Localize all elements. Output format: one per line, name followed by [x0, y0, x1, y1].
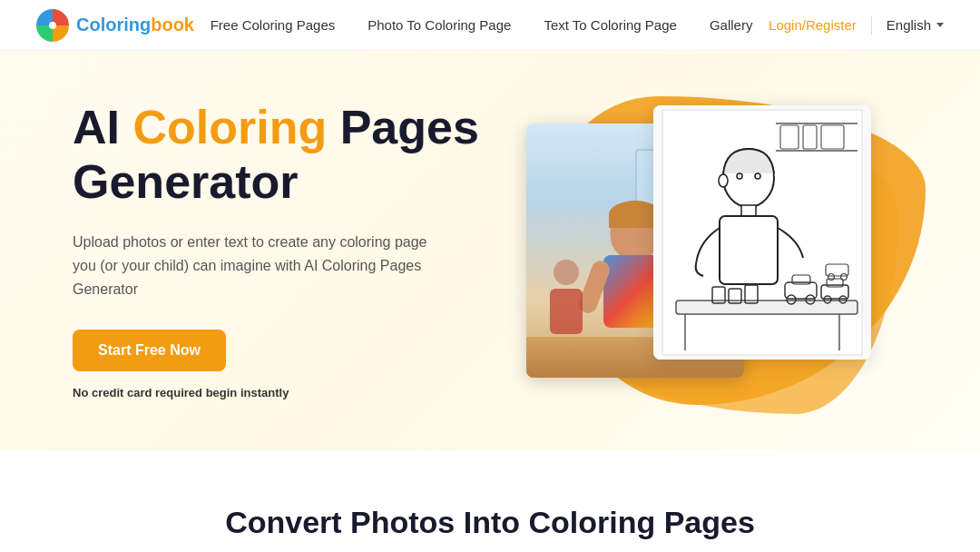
- nav-gallery[interactable]: Gallery: [710, 17, 753, 33]
- language-label: English: [887, 17, 931, 33]
- hero-section: AI Coloring Pages Generator Upload photo…: [0, 51, 980, 450]
- svg-point-1: [49, 22, 56, 29]
- start-free-button[interactable]: Start Free Now: [73, 330, 226, 371]
- nav-free-coloring[interactable]: Free Coloring Pages: [211, 17, 336, 33]
- hero-composite-image: [526, 105, 871, 396]
- hero-title: AI Coloring Pages Generator: [73, 101, 490, 210]
- logo-icon: [36, 9, 69, 42]
- svg-point-11: [719, 174, 728, 187]
- language-selector[interactable]: English: [887, 17, 944, 33]
- nav-text-coloring[interactable]: Text To Coloring Page: [544, 17, 676, 33]
- svg-rect-13: [720, 216, 778, 284]
- logo[interactable]: Coloringbook: [36, 9, 194, 42]
- hero-photo-sketch: [653, 105, 871, 360]
- logo-text: Coloringbook: [76, 15, 194, 35]
- navbar-right: Login/Register English: [769, 16, 944, 34]
- section2-title: Convert Photos Into Coloring Pages: [36, 505, 944, 540]
- nav-links: Free Coloring Pages Photo To Coloring Pa…: [211, 17, 753, 33]
- chevron-down-icon: [936, 23, 944, 27]
- no-credit-card-text: No credit card required begin instantly: [73, 386, 289, 399]
- convert-photos-section: Convert Photos Into Coloring Pages With …: [0, 450, 980, 552]
- hero-subtitle: Upload photos or enter text to create an…: [73, 231, 436, 301]
- login-register-link[interactable]: Login/Register: [769, 17, 857, 33]
- navbar: Coloringbook Free Coloring Pages Photo T…: [0, 0, 980, 51]
- nav-divider: [871, 16, 872, 34]
- nav-photo-coloring[interactable]: Photo To Coloring Page: [368, 17, 511, 33]
- hero-image-area: [490, 87, 907, 414]
- hero-content: AI Coloring Pages Generator Upload photo…: [73, 101, 490, 400]
